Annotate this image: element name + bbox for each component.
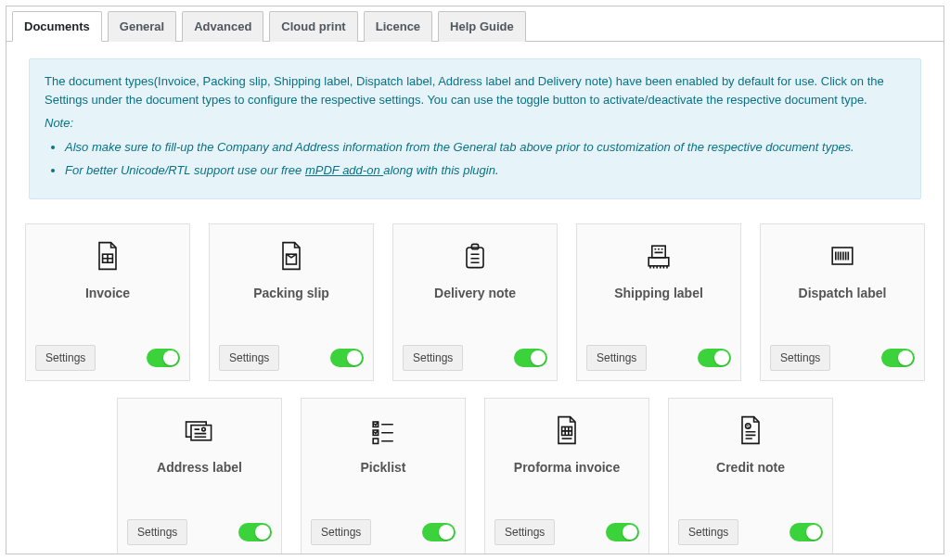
credit-note-icon: $ [734,412,767,449]
notice-bullet-2-post: along with this plugin. [383,163,498,177]
shipping-label-icon [642,237,675,274]
svg-rect-12 [373,439,378,443]
card-credit-note: $ Credit note Settings [668,398,833,555]
settings-button-packing-slip[interactable]: Settings [219,345,279,371]
tab-documents[interactable]: Documents [12,11,102,42]
settings-button-shipping-label[interactable]: Settings [586,345,647,371]
card-address-label: Address label Settings [117,398,282,555]
toggle-picklist[interactable] [422,523,456,541]
card-invoice: Invoice Settings [25,223,190,381]
toggle-invoice[interactable] [147,349,180,367]
settings-button-dispatch-label[interactable]: Settings [770,345,830,371]
notice-bullet-2: For better Unicode/RTL support use our f… [65,161,905,180]
card-delivery-note: Delivery note Settings [392,223,558,381]
mpdf-addon-link[interactable]: mPDF add-on [305,163,383,177]
settings-button-invoice[interactable]: Settings [35,345,96,371]
svg-rect-4 [648,257,669,265]
info-notice: The document types(Invoice, Packing slip… [29,58,921,199]
card-title: Packing slip [253,286,329,300]
document-row-2: Address label Settings Picklist Settings [117,398,833,555]
card-title: Proforma invoice [514,460,620,475]
toggle-credit-note[interactable] [790,523,823,541]
card-shipping-label: Shipping label Settings [576,223,741,381]
invoice-icon [91,237,124,274]
card-title: Address label [157,460,242,475]
toggle-dispatch-label[interactable] [881,349,915,367]
notice-note-label: Note: [45,116,73,130]
dispatch-label-icon [826,237,859,274]
card-title: Shipping label [614,286,703,300]
address-label-icon [181,412,218,449]
settings-panel: Documents General Advanced Cloud print L… [6,6,944,554]
notice-bullet-1: Also make sure to fill-up the Company an… [65,138,905,157]
notice-line1: The document types(Invoice, Packing slip… [45,72,905,108]
card-dispatch-label: Dispatch label Settings [760,223,925,381]
tab-licence[interactable]: Licence [364,11,432,42]
tabs-bar: Documents General Advanced Cloud print L… [6,6,944,42]
tab-content: The document types(Invoice, Packing slip… [6,42,944,554]
svg-rect-5 [652,246,665,258]
card-title: Credit note [716,460,785,475]
packing-slip-icon [275,237,308,274]
svg-rect-3 [471,244,478,248]
settings-button-address-label[interactable]: Settings [127,519,187,545]
tab-general[interactable]: General [108,11,176,42]
card-title: Delivery note [434,286,516,300]
toggle-proforma-invoice[interactable] [606,523,639,541]
settings-button-delivery-note[interactable]: Settings [403,345,463,371]
document-types-grid: Invoice Settings Packing slip Settings [29,223,921,555]
svg-rect-2 [467,248,483,268]
card-picklist: Picklist Settings [301,398,466,555]
tab-advanced[interactable]: Advanced [182,11,263,42]
toggle-address-label[interactable] [238,523,272,541]
toggle-packing-slip[interactable] [330,349,364,367]
settings-button-proforma-invoice[interactable]: Settings [494,519,555,545]
settings-button-credit-note[interactable]: Settings [678,519,738,545]
card-title: Invoice [85,286,130,300]
card-title: Picklist [360,460,405,475]
notice-bullet-2-pre: For better Unicode/RTL support use our f… [65,163,305,177]
card-packing-slip: Packing slip Settings [209,223,374,381]
tab-cloud-print[interactable]: Cloud print [269,11,357,42]
toggle-shipping-label[interactable] [698,349,731,367]
picklist-icon [366,412,400,449]
settings-button-picklist[interactable]: Settings [311,519,371,545]
document-row-1: Invoice Settings Packing slip Settings [25,223,925,381]
svg-rect-8 [191,425,212,439]
delivery-note-icon [458,237,492,274]
card-title: Dispatch label [799,286,887,300]
tab-help-guide[interactable]: Help Guide [438,11,526,42]
svg-text:$: $ [747,424,750,429]
toggle-delivery-note[interactable] [514,349,547,367]
proforma-invoice-icon [550,412,584,449]
card-proforma-invoice: Proforma invoice Settings [484,398,649,555]
